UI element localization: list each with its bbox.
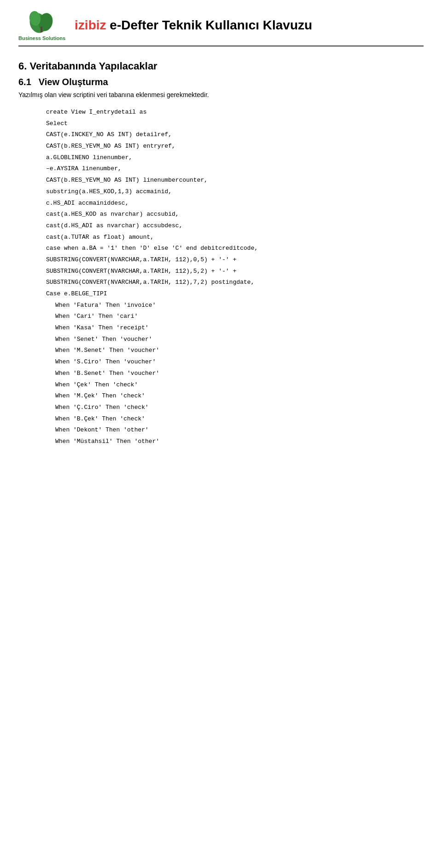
svg-rect-3 (41, 27, 42, 32)
code-line: When 'Çek' Then 'check' (55, 379, 424, 391)
code-line: When 'Dekont' Then 'other' (55, 425, 424, 436)
code-line: When 'B.Senet' Then 'voucher' (55, 368, 424, 379)
logo-area: Business Solutions (18, 9, 65, 41)
code-line: SUBSTRING(CONVERT(NVARCHAR,a.TARIH, 112)… (46, 266, 424, 277)
code-line: When 'B.Çek' Then 'check' (55, 414, 424, 425)
code-line: Case e.BELGE_TIPI (46, 288, 424, 300)
code-line: When 'Ç.Ciro' Then 'check' (55, 402, 424, 414)
code-line: SUBSTRING(CONVERT(NVARCHAR,a.TARIH, 112)… (46, 254, 424, 266)
code-line: When 'Fatura' Then 'invoice' (55, 300, 424, 311)
code-line: SUBSTRING(CONVERT(NVARCHAR,a.TARIH, 112)… (46, 277, 424, 288)
code-block: create View I_entrydetail asSelectCAST(e… (46, 107, 424, 448)
intro-paragraph: Yazılmış olan view scriptini veri tabanı… (18, 91, 424, 98)
code-line: When 'S.Ciro' Then 'voucher' (55, 356, 424, 368)
code-line: cast(a.TUTAR as float) amount, (46, 232, 424, 243)
page-header: Business Solutions izibiz e-Defter Tekni… (18, 9, 424, 46)
code-line: When 'Müstahsil' Then 'other' (55, 436, 424, 448)
brand-name: izibiz (75, 18, 106, 32)
code-line: When 'M.Çek' Then 'check' (55, 391, 424, 402)
code-line: When 'M.Senet' Then 'voucher' (55, 345, 424, 356)
code-line: c.HS_ADI accmainiddesc, (46, 198, 424, 209)
code-line: a.GLOBLINENO linenumber, (46, 152, 424, 164)
code-line: When 'Senet' Then 'voucher' (55, 334, 424, 345)
code-line: –e.AYSIRA linenumber, (46, 163, 424, 175)
code-line: create View I_entrydetail as (46, 107, 424, 118)
code-line: CAST(e.INCKEY_NO AS INT) detailref, (46, 129, 424, 141)
code-line: cast(d.HS_ADI as nvarchar) accsubdesc, (46, 220, 424, 232)
code-line: CAST(b.RES_YEVM_NO AS INT) linenumbercou… (46, 175, 424, 186)
code-line: When 'Cari' Then 'cari' (55, 311, 424, 322)
code-line: When 'Kasa' Then 'receipt' (55, 322, 424, 334)
code-line: Select (46, 118, 424, 130)
page-title: izibiz e-Defter Teknik Kullanıcı Klavuzu (75, 18, 312, 33)
logo-subtitle: Business Solutions (18, 35, 65, 41)
section6-heading: 6. Veritabanında Yapılacaklar (18, 60, 424, 72)
section61-heading: 6.1 View Oluşturma (18, 77, 424, 87)
logo-icon (28, 9, 56, 34)
code-line: case when a.BA = '1' then 'D' else 'C' e… (46, 243, 424, 254)
code-line: substring(a.HES_KOD,1,3) accmainid, (46, 186, 424, 198)
code-line: cast(a.HES_KOD as nvarchar) accsubid, (46, 209, 424, 220)
code-line: CAST(b.RES_YEVM_NO AS INT) entryref, (46, 141, 424, 152)
